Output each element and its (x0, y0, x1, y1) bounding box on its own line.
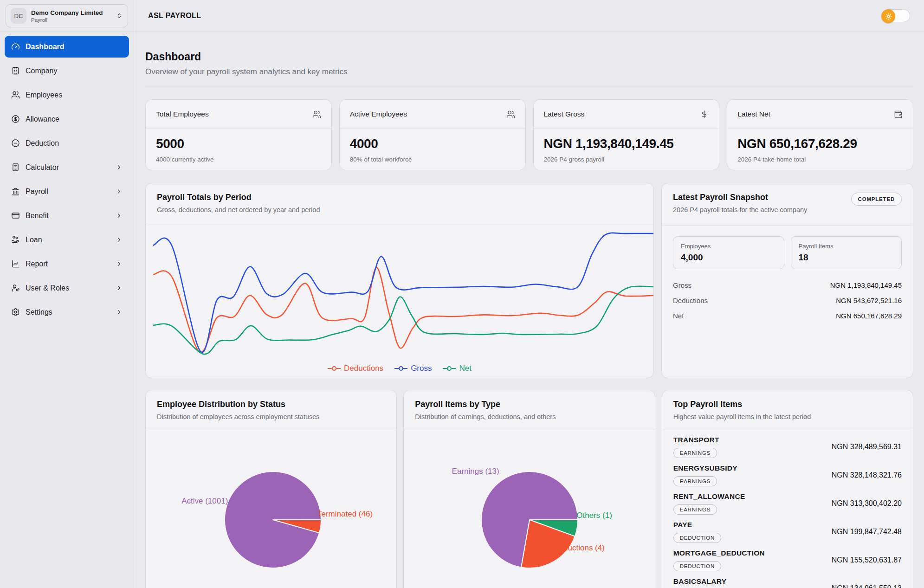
chevron-right-icon (116, 260, 123, 267)
payroll-items-type-subtitle: Distribution of earnings, deductions, an… (415, 413, 643, 420)
sidebar-item-label: Allowance (26, 115, 123, 123)
stats-row: Total Employees50004000 currently active… (145, 99, 913, 170)
sidebar-item-dashboard[interactable]: Dashboard (5, 36, 129, 58)
line-series-deductions (153, 267, 653, 352)
legend-item-gross[interactable]: Gross (394, 364, 432, 373)
payroll-item-value: NGN 134,961,550.13 (832, 584, 902, 588)
snapshot-row-gross: GrossNGN 1,193,840,149.45 (673, 278, 902, 293)
employee-distribution-pie-area: Active (1001) Terminated (46) (146, 435, 396, 588)
payroll-item-type-badge: EARNINGS (673, 476, 717, 486)
stat-caption: 2026 P4 take-home total (737, 156, 903, 163)
top-payroll-items-header: Top Payroll Items Highest-value payroll … (662, 390, 913, 430)
sidebar-item-benefit[interactable]: Benefit (5, 205, 129, 226)
payroll-items-type-card: Payroll Items by Type Distribution of ea… (403, 390, 655, 588)
payroll-item-value: NGN 328,148,321.76 (832, 471, 902, 479)
sidebar-item-loan[interactable]: Loan (5, 229, 129, 251)
company-subtitle: Payroll (31, 17, 111, 23)
payroll-item-row-energysubsidy: ENERGYSUBSIDYEARNINGSNGN 328,148,321.76 (673, 464, 902, 486)
sidebar-nav: DashboardCompanyEmployeesAllowanceDeduct… (0, 32, 134, 327)
sidebar-item-company[interactable]: Company (5, 60, 129, 82)
stat-caption: 80% of total workforce (350, 156, 515, 163)
company-selector[interactable]: DC Demo Company Limited Payroll (6, 4, 128, 27)
chevron-right-icon (116, 236, 123, 243)
snapshot-box-payroll-items: Payroll Items18 (791, 236, 902, 269)
sidebar-item-employees[interactable]: Employees (5, 84, 129, 106)
sidebar-item-label: Calculator (26, 163, 110, 172)
dollar-circle-icon (11, 115, 20, 123)
snapshot-box-value: 4,000 (681, 252, 776, 263)
snapshot-title: Latest Payroll Snapshot (673, 193, 807, 202)
legend-label: Deductions (344, 364, 383, 373)
payroll-item-name: ENERGYSUBSIDY (673, 464, 737, 472)
pie-slice-active[interactable] (225, 472, 321, 568)
stat-title: Latest Gross (544, 110, 585, 118)
stat-value: 5000 (156, 136, 321, 151)
payroll-items-type-pie-area: Earnings (13) Others (1) Deductions (4) (404, 435, 654, 588)
top-payroll-items-list: TRANSPORTEARNINGSNGN 328,489,569.31ENERG… (662, 430, 913, 588)
landmark-icon (11, 187, 20, 196)
sidebar-item-report[interactable]: Report (5, 253, 129, 275)
pie-label-earnings: Earnings (13) (452, 467, 499, 476)
page-subtitle: Overview of your payroll system analytic… (145, 67, 913, 77)
snapshot-row-net: NetNGN 650,167,628.29 (673, 308, 902, 323)
wallet-icon (894, 110, 903, 119)
sidebar-item-allowance[interactable]: Allowance (5, 108, 129, 130)
gauge-icon (11, 42, 20, 51)
snapshot-box-value: 18 (799, 252, 894, 263)
payroll-totals-line-chart[interactable] (153, 230, 653, 355)
snapshot-row-value: NGN 543,672,521.16 (836, 297, 902, 304)
sidebar-item-user-roles[interactable]: User & Roles (5, 277, 129, 299)
payroll-item-name: MORTGAGE_DEDUCTION (673, 549, 765, 557)
stat-value: NGN 1,193,840,149.45 (544, 136, 709, 151)
top-payroll-items-card: Top Payroll Items Highest-value payroll … (662, 390, 913, 588)
payroll-item-row-transport: TRANSPORTEARNINGSNGN 328,489,569.31 (673, 436, 902, 458)
chevron-right-icon (116, 188, 123, 195)
theme-toggle[interactable] (881, 9, 910, 22)
company-avatar: DC (11, 8, 26, 24)
credit-card-icon (11, 211, 20, 220)
stat-card-header: Active Employees (340, 100, 525, 129)
sidebar-item-calculator[interactable]: Calculator (5, 156, 129, 178)
app-brand: ASL PAYROLL (148, 12, 201, 20)
legend-item-net[interactable]: Net (443, 364, 471, 373)
snapshot-rows: GrossNGN 1,193,840,149.45DeductionsNGN 5… (662, 269, 913, 323)
employee-distribution-pie[interactable] (222, 469, 324, 571)
sidebar-item-label: Payroll (26, 187, 110, 196)
stat-card-header: Latest Gross (534, 100, 719, 129)
snapshot-box-label: Employees (681, 243, 776, 250)
stat-caption: 4000 currently active (156, 156, 321, 163)
payroll-items-type-pie[interactable] (478, 469, 581, 571)
payroll-items-type-title: Payroll Items by Type (415, 400, 643, 409)
chart-legend: DeductionsGrossNet (146, 364, 653, 373)
sidebar-item-payroll[interactable]: Payroll (5, 181, 129, 202)
line-chart-area: DeductionsGrossNet (146, 223, 653, 378)
sidebar-item-settings[interactable]: Settings (5, 301, 129, 323)
snapshot-row-label: Deductions (673, 297, 708, 304)
snapshot-header: Latest Payroll Snapshot 2026 P4 payroll … (662, 183, 913, 226)
top-payroll-items-subtitle: Highest-value payroll items in the lates… (673, 413, 902, 420)
sidebar-item-label: Report (26, 260, 110, 268)
legend-line-icon (394, 366, 407, 371)
stat-card-body: 50004000 currently active (146, 129, 331, 163)
minus-circle-icon (11, 139, 20, 148)
payroll-item-row-mortgage_deduction: MORTGAGE_DEDUCTIONDEDUCTIONNGN 155,520,6… (673, 549, 902, 571)
employee-distribution-title: Employee Distribution by Status (157, 400, 385, 409)
users-icon (506, 110, 515, 119)
users-icon (11, 90, 20, 99)
payroll-item-row-rent_allowance: RENT_ALLOWANCEEARNINGSNGN 313,300,402.20 (673, 492, 902, 515)
stat-card-latest-net: Latest NetNGN 650,167,628.292026 P4 take… (727, 99, 913, 170)
chevron-right-icon (116, 284, 123, 291)
line-series-gross (153, 233, 653, 352)
payroll-items-type-header: Payroll Items by Type Distribution of ea… (404, 390, 654, 430)
sidebar-item-deduction[interactable]: Deduction (5, 132, 129, 154)
calculator-icon (11, 163, 20, 172)
dollar-icon (700, 110, 709, 119)
payroll-item-type-badge: DEDUCTION (673, 561, 722, 571)
stat-card-total-employees: Total Employees50004000 currently active (145, 99, 332, 170)
payroll-item-type-badge: EARNINGS (673, 448, 717, 458)
snapshot-row-value: NGN 650,167,628.29 (836, 312, 902, 320)
snapshot-box-employees: Employees4,000 (673, 236, 784, 269)
stat-title: Latest Net (737, 110, 770, 118)
legend-item-deductions[interactable]: Deductions (328, 364, 383, 373)
chevron-right-icon (116, 212, 123, 219)
